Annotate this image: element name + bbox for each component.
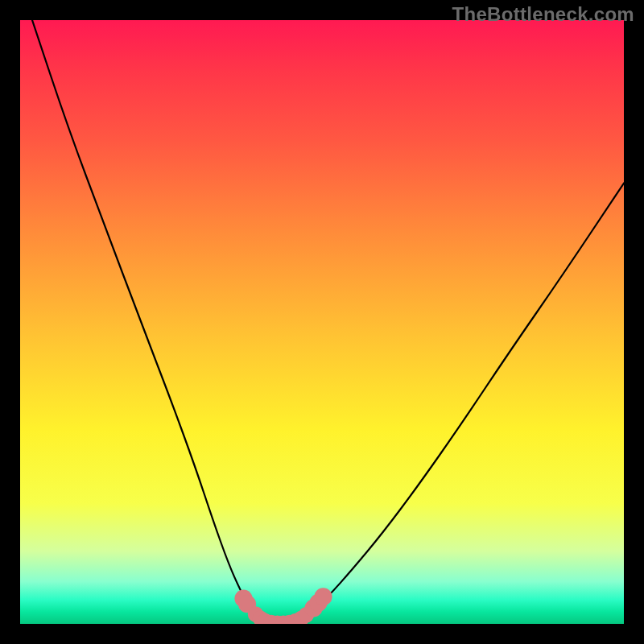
watermark-text: TheBottleneck.com bbox=[452, 3, 634, 26]
plot-gradient-area bbox=[20, 20, 624, 624]
outer-black-frame: TheBottleneck.com bbox=[0, 0, 644, 644]
